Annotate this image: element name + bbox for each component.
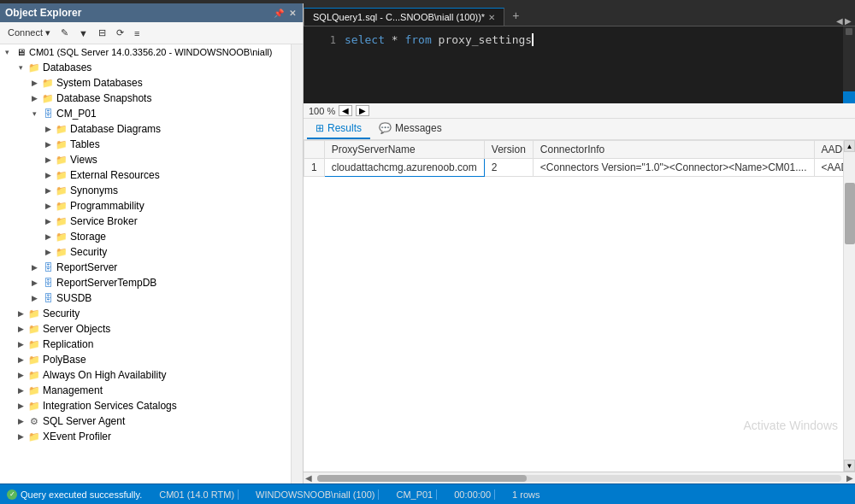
refresh-button[interactable]: ⟳ [112, 25, 128, 41]
tree-item-db-diagrams[interactable]: ▶ 📁 Database Diagrams [0, 121, 291, 137]
new-tab-button[interactable]: + [509, 5, 522, 26]
new-query-button[interactable]: ✎ [56, 25, 73, 41]
tree-item-management[interactable]: ▶ 📁 Management [0, 383, 291, 398]
report-server-label: ReportServer [56, 261, 291, 273]
table-row[interactable]: 1 cloudattachcmg.azurenoob.com 2 <Connec… [304, 159, 844, 177]
aad-config-cell: <AADConfig Versio... [814, 159, 843, 177]
tree-item-db-security[interactable]: ▶ 📁 Security [0, 244, 291, 260]
expand-ext-res-icon[interactable]: ▶ [41, 168, 55, 182]
replication-label: Replication [43, 338, 291, 350]
tree-item-programmability[interactable]: ▶ 📁 Programmability [0, 198, 291, 214]
expand-broker-icon[interactable]: ▶ [41, 214, 55, 228]
tree-item-external-resources[interactable]: ▶ 📁 External Resources [0, 167, 291, 183]
tree-item-xevent-profiler[interactable]: ▶ 📁 XEvent Profiler [0, 429, 291, 444]
sql-agent-label: SQL Server Agent [43, 415, 291, 427]
sql-select-keyword: select [345, 33, 385, 46]
expand-databases-icon[interactable]: ▾ [14, 61, 27, 74]
tree-item-system-databases[interactable]: ▶ 📁 System Databases [0, 75, 291, 91]
tree-item-replication[interactable]: ▶ 📁 Replication [0, 337, 291, 352]
expand-susdb-icon[interactable]: ▶ [27, 291, 41, 305]
query-tab-active[interactable]: SQLQuery1.sql - C...SNOOB\niall (100))* … [304, 8, 504, 26]
expand-db-security-icon[interactable]: ▶ [41, 245, 55, 259]
expand-views-icon[interactable]: ▶ [41, 153, 55, 167]
tab-scroll-right[interactable]: ▶ [845, 16, 852, 26]
expand-server-icon[interactable]: ▾ [0, 45, 14, 59]
tree-item-susdb[interactable]: ▶ 🗄 SUSDB [0, 290, 291, 306]
expand-sql-agent-icon[interactable]: ▶ [14, 414, 27, 428]
tree-item-report-server-tempdb[interactable]: ▶ 🗄 ReportServerTempDB [0, 275, 291, 290]
oe-toolbar: Connect ▾ ✎ ▼ ⊟ ⟳ ≡ [0, 22, 303, 44]
expand-rs-tempdb-icon[interactable]: ▶ [27, 276, 41, 290]
right-panel: SQLQuery1.sql - C...SNOOB\niall (100))* … [304, 3, 855, 483]
filter-settings-button[interactable]: ⊟ [94, 25, 110, 41]
results-scroll-down-button[interactable]: ▼ [844, 460, 855, 472]
editor-scroll-up[interactable] [846, 28, 852, 35]
col-proxy-server-name-header: ProxyServerName [324, 141, 484, 159]
xevent-label: XEvent Profiler [43, 431, 291, 442]
tree-item-integration-services[interactable]: ▶ 📁 Integration Services Catalogs [0, 398, 291, 413]
expand-management-icon[interactable]: ▶ [14, 384, 27, 397]
filter-button[interactable]: ▼ [74, 26, 92, 41]
results-scroll-up-button[interactable]: ▲ [844, 140, 855, 152]
oe-title: Object Explorer [5, 7, 81, 19]
databases-folder-icon: 📁 [27, 61, 41, 74]
zoom-increase-button[interactable]: ▶ [356, 105, 369, 116]
tree-item-polybase[interactable]: ▶ 📁 PolyBase [0, 352, 291, 367]
hscroll-right-button[interactable]: ▶ [845, 473, 855, 483]
tree-item-server[interactable]: ▾ 🖥 CM01 (SQL Server 14.0.3356.20 - WIND… [0, 44, 291, 60]
sql-agent-icon: ⚙ [27, 414, 41, 428]
db-diagrams-label: Database Diagrams [70, 123, 291, 135]
tree-item-databases[interactable]: ▾ 📁 Databases [0, 60, 291, 75]
results-vscroll[interactable]: ▲ ▼ [843, 140, 855, 472]
expand-polybase-icon[interactable]: ▶ [14, 353, 27, 366]
oe-scroll-track[interactable] [291, 44, 303, 483]
oe-close-icon[interactable]: ✕ [287, 8, 298, 19]
collapse-button[interactable]: ≡ [130, 26, 144, 41]
tree-item-always-on[interactable]: ▶ 📁 Always On High Availability [0, 367, 291, 383]
expand-system-db-icon[interactable]: ▶ [27, 76, 41, 90]
results-hscroll[interactable]: ◀ ▶ [304, 472, 855, 483]
tab-close-icon[interactable]: ✕ [488, 13, 495, 22]
expand-snapshots-icon[interactable]: ▶ [27, 91, 41, 105]
expand-replication-icon[interactable]: ▶ [14, 337, 27, 351]
expand-security-icon[interactable]: ▶ [14, 307, 27, 320]
tree-item-views[interactable]: ▶ 📁 Views [0, 152, 291, 167]
expand-integration-icon[interactable]: ▶ [14, 399, 27, 413]
results-tab-results[interactable]: ⊞ Results [307, 119, 370, 139]
connect-button[interactable]: Connect ▾ [3, 25, 55, 41]
tab-scroll-left[interactable]: ◀ [836, 16, 843, 26]
tree-item-report-server[interactable]: ▶ 🗄 ReportServer [0, 260, 291, 275]
programmability-folder-icon: 📁 [55, 199, 68, 213]
results-tab-messages[interactable]: 💬 Messages [370, 119, 451, 139]
integration-services-label: Integration Services Catalogs [43, 400, 291, 412]
hscroll-left-button[interactable]: ◀ [304, 473, 314, 483]
expand-tables-icon[interactable]: ▶ [41, 138, 55, 151]
expand-storage-icon[interactable]: ▶ [41, 230, 55, 243]
tree-item-synonyms[interactable]: ▶ 📁 Synonyms [0, 183, 291, 198]
tree-item-cm-p01[interactable]: ▾ 🗄 CM_P01 [0, 106, 291, 121]
oe-tree: ▾ 🖥 CM01 (SQL Server 14.0.3356.20 - WIND… [0, 44, 291, 483]
tree-item-service-broker[interactable]: ▶ 📁 Service Broker [0, 214, 291, 229]
expand-server-objects-icon[interactable]: ▶ [14, 322, 27, 336]
proxy-server-name-cell[interactable]: cloudattachcmg.azurenoob.com [324, 159, 484, 177]
expand-diagrams-icon[interactable]: ▶ [41, 122, 55, 136]
zoom-decrease-button[interactable]: ◀ [339, 105, 352, 116]
expand-synonyms-icon[interactable]: ▶ [41, 184, 55, 197]
views-folder-icon: 📁 [55, 153, 68, 167]
editor-area[interactable]: 1 select * from proxy_settings [304, 26, 855, 103]
tree-item-sql-agent[interactable]: ▶ ⚙ SQL Server Agent [0, 413, 291, 429]
connector-info-cell: <Connectors Version="1.0"><Connector><Na… [533, 159, 814, 177]
tree-item-tables[interactable]: ▶ 📁 Tables [0, 137, 291, 152]
tree-item-db-snapshots[interactable]: ▶ 📁 Database Snapshots [0, 91, 291, 106]
tree-item-security[interactable]: ▶ 📁 Security [0, 306, 291, 321]
expand-report-server-icon[interactable]: ▶ [27, 261, 41, 274]
tree-item-server-objects[interactable]: ▶ 📁 Server Objects [0, 321, 291, 337]
expand-prog-icon[interactable]: ▶ [41, 199, 55, 213]
expand-cmp01-icon[interactable]: ▾ [27, 107, 41, 120]
expand-xevent-icon[interactable]: ▶ [14, 430, 27, 443]
storage-label: Storage [70, 231, 291, 243]
status-time: 00:00:00 [451, 489, 495, 500]
tree-item-storage[interactable]: ▶ 📁 Storage [0, 229, 291, 244]
expand-always-on-icon[interactable]: ▶ [14, 368, 27, 382]
oe-pin-icon[interactable]: 📌 [272, 8, 286, 19]
